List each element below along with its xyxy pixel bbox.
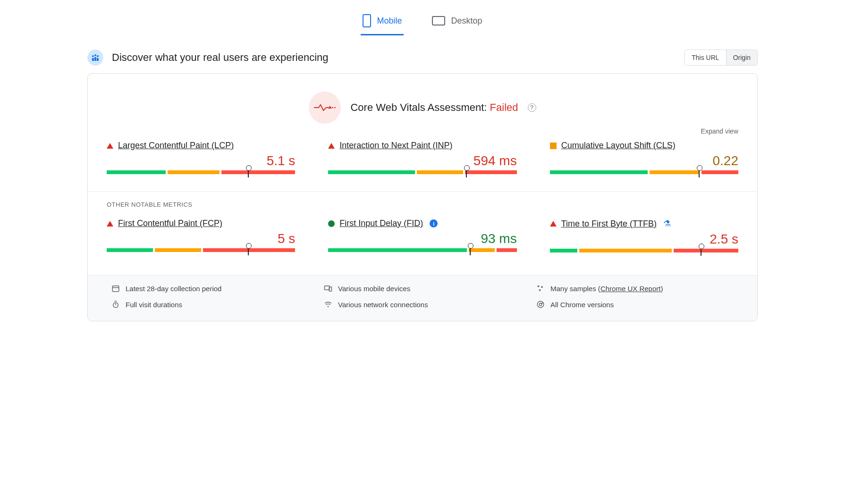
- scope-origin[interactable]: Origin: [726, 50, 757, 65]
- assessment-row: Core Web Vitals Assessment: Failed ?: [107, 92, 738, 124]
- svg-rect-7: [112, 286, 119, 292]
- wifi-icon: [324, 300, 332, 309]
- assessment-status: Failed: [490, 101, 518, 113]
- svg-point-12: [541, 286, 543, 288]
- tab-desktop-label: Desktop: [451, 16, 482, 26]
- bar-pin-icon: [699, 167, 700, 177]
- timer-icon: [111, 300, 120, 309]
- metric-lcp-bar: [107, 170, 295, 174]
- metric-ttfb: Time to First Byte (TTFB) ⚗ 2.5 s: [550, 218, 738, 252]
- bar-pin-icon: [248, 167, 249, 177]
- chrome-icon: [536, 300, 545, 309]
- footer-versions: All Chrome versions: [550, 301, 614, 309]
- tab-mobile[interactable]: Mobile: [361, 9, 404, 35]
- assessment-label: Core Web Vitals Assessment:: [350, 101, 487, 113]
- expand-view-link[interactable]: Expand view: [107, 127, 738, 135]
- triangle-poor-icon: [328, 143, 335, 149]
- triangle-poor-icon: [107, 143, 113, 149]
- metric-fcp-value: 5 s: [107, 231, 295, 246]
- svg-point-2: [97, 55, 99, 57]
- info-icon[interactable]: i: [430, 219, 438, 227]
- tab-desktop[interactable]: Desktop: [430, 9, 484, 35]
- tab-mobile-label: Mobile: [377, 16, 402, 26]
- metric-fcp-bar: [107, 248, 295, 252]
- circle-good-icon: [328, 220, 335, 227]
- users-icon: [87, 50, 103, 66]
- metric-inp-name[interactable]: Interaction to Next Paint (INP): [339, 141, 452, 151]
- pulse-icon: [309, 92, 341, 124]
- metric-ttfb-name[interactable]: Time to First Byte (TTFB): [561, 219, 657, 229]
- svg-point-0: [92, 55, 94, 57]
- metric-fid-bar: [328, 248, 516, 252]
- triangle-poor-icon: [550, 221, 557, 227]
- metric-fid: First Input Delay (FID) i 93 ms: [328, 218, 516, 252]
- svg-point-19: [539, 303, 541, 305]
- square-ni-icon: [550, 143, 557, 149]
- footer-networks: Various network connections: [338, 301, 428, 309]
- section-other-label: OTHER NOTABLE METRICS: [107, 201, 738, 208]
- assessment-text: Core Web Vitals Assessment: Failed: [350, 101, 518, 114]
- scatter-icon: [536, 284, 545, 293]
- crux-link[interactable]: Chrome UX Report: [600, 285, 661, 293]
- svg-rect-4: [94, 57, 96, 61]
- mobile-icon: [363, 14, 371, 27]
- svg-rect-3: [92, 58, 94, 61]
- metric-fcp: First Contentful Paint (FCP) 5 s: [107, 218, 295, 252]
- svg-point-11: [538, 286, 540, 287]
- metric-cls: Cumulative Layout Shift (CLS) 0.22: [550, 141, 738, 174]
- metric-lcp-name[interactable]: Largest Contentful Paint (LCP): [118, 141, 234, 151]
- flask-icon[interactable]: ⚗: [663, 218, 671, 229]
- svg-point-13: [539, 289, 541, 291]
- metric-ttfb-bar: [550, 249, 738, 252]
- calendar-icon: [111, 284, 120, 293]
- metric-lcp-value: 5.1 s: [107, 153, 295, 168]
- device-tabs: Mobile Desktop: [87, 9, 758, 35]
- svg-rect-5: [97, 58, 99, 61]
- metric-cls-name[interactable]: Cumulative Layout Shift (CLS): [561, 141, 676, 151]
- metric-inp-bar: [328, 170, 516, 174]
- svg-point-17: [328, 306, 329, 307]
- svg-point-1: [94, 54, 96, 56]
- devices-icon: [324, 284, 332, 293]
- bar-pin-icon: [470, 245, 471, 255]
- metric-cls-bar: [550, 170, 738, 174]
- footer-devices: Various mobile devices: [338, 285, 410, 293]
- scope-this-url[interactable]: This URL: [685, 50, 726, 65]
- bar-pin-icon: [248, 245, 249, 255]
- footer-info: Latest 28-day collection period Various …: [88, 275, 757, 321]
- footer-durations: Full visit durations: [126, 301, 182, 309]
- svg-point-18: [537, 301, 544, 308]
- metric-cls-value: 0.22: [550, 153, 738, 168]
- metric-inp-value: 594 ms: [328, 153, 516, 168]
- metric-fid-value: 93 ms: [328, 231, 516, 246]
- help-icon[interactable]: ?: [528, 103, 536, 112]
- svg-rect-9: [325, 286, 330, 290]
- bar-pin-icon: [701, 245, 701, 256]
- svg-marker-6: [328, 106, 332, 109]
- metric-lcp: Largest Contentful Paint (LCP) 5.1 s: [107, 141, 295, 174]
- triangle-poor-icon: [107, 221, 113, 227]
- scope-toggle: This URL Origin: [684, 50, 758, 66]
- metric-fcp-name[interactable]: First Contentful Paint (FCP): [118, 218, 222, 228]
- desktop-icon: [432, 16, 445, 25]
- vitals-card: Core Web Vitals Assessment: Failed ? Exp…: [87, 73, 758, 321]
- metric-inp: Interaction to Next Paint (INP) 594 ms: [328, 141, 516, 174]
- footer-samples: Many samples (Chrome UX Report): [550, 285, 663, 293]
- metric-ttfb-value: 2.5 s: [550, 232, 738, 247]
- footer-period: Latest 28-day collection period: [126, 285, 221, 293]
- metric-fid-name[interactable]: First Input Delay (FID): [339, 218, 423, 228]
- page-title: Discover what your real users are experi…: [112, 51, 329, 64]
- bar-pin-icon: [466, 167, 467, 177]
